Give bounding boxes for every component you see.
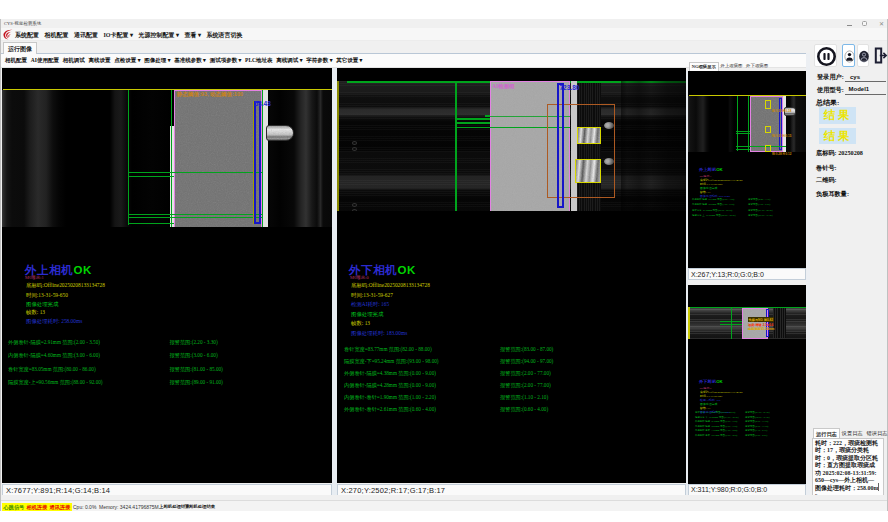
measurement-line-2: 外侧卷针-隔膜=4.38mm 范围:(0.00 - 9.00)	[344, 370, 436, 377]
toolbar-item-7[interactable]: 测试项参数 ▾	[210, 57, 242, 64]
mini1-defect-note-3: W:0.28 H:0.12	[772, 152, 791, 156]
measurement-line-1: 内侧卷针-隔膜=4.60mm 范围:(3.00 - 6.00)	[8, 352, 100, 359]
exit-button[interactable]	[873, 44, 888, 67]
toolbar-item-11[interactable]: 其它设置 ▾	[336, 57, 362, 64]
mini1-defect-box-1	[765, 100, 771, 109]
elapsed-line: 图像处理耗时: 258.00ms	[26, 318, 82, 325]
model-value[interactable]: Model1	[849, 86, 870, 92]
menu-item-6[interactable]: 系统语言切换	[207, 31, 243, 40]
pause-icon	[815, 45, 838, 68]
title-bar: CYS-视觉检测系统	[1, 19, 887, 28]
panel-separator-1	[332, 68, 337, 495]
minimize-button[interactable]	[847, 25, 852, 26]
ai-box-label: AI检测框	[492, 83, 515, 90]
mini2-defect-note-3: 隔膜宽度95.24mm	[748, 327, 774, 331]
green-hline-4	[128, 217, 262, 218]
user-login-button[interactable]	[842, 44, 855, 67]
pause-button[interactable]	[814, 44, 837, 67]
login-user-underline	[845, 81, 886, 82]
maximize-button[interactable]	[862, 21, 867, 26]
measurement-line-2: 外侧卷针-隔膜=4.38mm 范围:(0.00 - 9.00)	[695, 420, 737, 423]
alarm-line-3: 报警范围:(89.00 - 91.00)	[748, 214, 773, 217]
toolbar-item-3[interactable]: 离线设置	[89, 57, 111, 64]
measurement-line-0: 卷针宽度=83.77mm 范围:(82.00 - 88.00)	[344, 346, 432, 353]
defect-view-lower[interactable]: 负极耳NG 宽0.82 瑕疵:褶皱 2.1x0.6 隔膜宽度95.24mm 外下…	[688, 285, 806, 484]
ai-elapsed-line: 检测AI耗时: 165	[351, 301, 389, 308]
menu-item-2[interactable]: 通讯配置	[74, 31, 98, 40]
time-line: 时间:13-31-59-650	[26, 292, 68, 299]
barcode-label: 底标码: 20250208	[816, 149, 863, 158]
login-user-label: 登录用户:	[817, 73, 844, 82]
camera-view-upper[interactable]: 静态阈值:93, 动态阈值:100 53.48 外上相机OK M6曝光:1 底标…	[2, 68, 332, 483]
alarm-line-2: 报警范围:(2.00 - 77.00)	[745, 420, 768, 423]
menu-item-0[interactable]: 系统配置	[15, 31, 39, 40]
exposure-text: M6曝光:0	[350, 275, 369, 280]
mini2-texture	[773, 308, 786, 338]
menu-items: 系统配置相机配置通讯配置IO卡配置 ▾光源控制配置 ▾查看 ▾系统语言切换	[15, 31, 248, 40]
toolbar-item-6[interactable]: 基准线参数 ▾	[174, 57, 206, 64]
menu-item-1[interactable]: 相机配置	[45, 31, 69, 40]
alarm-line-0: 报警范围:(2.20 - 3.30)	[748, 198, 770, 201]
defect-tab-2[interactable]: 外下瑕疵图	[744, 62, 770, 72]
mini1-blue	[779, 98, 782, 150]
toolbar-item-1[interactable]: AI使用配置	[31, 57, 59, 64]
lower-camera-scene: AI检测框 723.80	[337, 68, 686, 211]
mini1-gh3	[736, 146, 786, 147]
mini2-result: 外下相机OK	[699, 379, 723, 384]
bolt-1	[352, 141, 357, 145]
menu-item-4[interactable]: 光源控制配置 ▾	[139, 31, 180, 40]
bolt-2	[352, 147, 357, 151]
measurement-line-3: 隔膜宽度-上=90.56mm 范围:(88.00 - 92.00)	[692, 214, 736, 217]
alarm-line-0: 报警范围:(83.00 - 87.00)	[745, 411, 770, 414]
cpu-usage: Cpu: 0.0%	[73, 504, 96, 510]
camera-ok: OK	[73, 264, 91, 276]
alarm-line-3: 报警范围:(2.00 - 77.00)	[745, 425, 768, 428]
green-seg-2	[455, 122, 490, 124]
green-hline-1	[128, 172, 262, 173]
alarm-line-1: 报警范围:(3.00 - 6.00)	[748, 203, 770, 206]
measurement-line-5: 外侧卷针-卷针=2.61mm 范围:(0.60 - 4.00)	[344, 406, 436, 413]
upper-camera-statusbar: X:7677;Y:891;R:14;G:14;B:14	[2, 484, 332, 496]
toolbar-item-8[interactable]: PLC地址表	[245, 57, 273, 64]
users-icon	[858, 45, 870, 68]
user-icon	[843, 45, 856, 68]
elapsed-line: 图像处理耗时: 183.00ms	[351, 330, 407, 337]
green-vline-m	[455, 81, 457, 211]
log-text: 耗时：222，瑕疵检测耗时：17，瑕疵分类耗时：0，瑕疵提取分区耗时：直方图提取…	[815, 440, 879, 497]
measurement-line-2: 卷针宽度=83.05mm 范围:(80.00 - 86.00)	[8, 366, 96, 373]
alarm-line-2: 报警范围:(2.00 - 77.00)	[500, 370, 551, 377]
defect-tab-0[interactable]: NG瑕疵显示	[689, 62, 719, 72]
measurement-line-3: 内侧卷针-隔膜=4.28mm 范围:(0.00 - 9.00)	[695, 425, 737, 428]
toolbar-item-10[interactable]: 字符参数 ▾	[306, 57, 332, 64]
close-button[interactable]: ✕	[878, 21, 885, 27]
toolbar-item-9[interactable]: 离线调试 ▾	[276, 57, 302, 64]
toolbar-item-2[interactable]: 相机调试	[63, 57, 85, 64]
yellow-edge-line	[337, 81, 339, 211]
alarm-line-2: 报警范围:(81.00 - 85.00)	[170, 366, 223, 373]
mini2-pixel-readout: X:311;Y:980;R:0;G:0;B:0	[691, 486, 767, 493]
login-user-value[interactable]: cys	[850, 74, 860, 80]
defect-tab-1[interactable]: 外上瑕疵图	[719, 62, 745, 72]
alarm-line-0: 报警范围:(83.00 - 87.00)	[500, 346, 553, 353]
menu-item-5[interactable]: 查看 ▾	[185, 31, 202, 40]
toolbar: 相机配置AI使用配置相机调试离线设置点检设置 ▾图像处理 ▾基准线参数 ▾测试项…	[1, 54, 806, 69]
exit-icon	[873, 44, 888, 67]
menu-item-3[interactable]: IO卡配置 ▾	[104, 31, 134, 40]
tab-running-image[interactable]: 运行图像	[3, 42, 37, 54]
inspection-region	[174, 90, 262, 228]
toolbar-item-4[interactable]: 点检设置 ▾	[114, 57, 140, 64]
mini2-statusbar: X:311;Y:980;R:0;G:0;B:0	[688, 484, 806, 496]
upper-pixel-readout: X:7677;Y:891;R:14;G:14;B:14	[6, 486, 110, 495]
toolbar-item-5[interactable]: 图像处理 ▾	[144, 57, 170, 64]
defect-view-upper[interactable]: W:0.35 H:0.18 W:0.31 H:0.15 W:0.28 H:0.1…	[688, 71, 806, 268]
user-manage-button[interactable]	[857, 44, 869, 67]
result-badge-2: 结果	[819, 128, 856, 145]
toolbar-item-0[interactable]: 相机配置	[5, 57, 27, 64]
camera-ok: OK	[397, 264, 415, 276]
white-strip-right	[262, 90, 268, 227]
blue-measure-rect	[254, 101, 261, 224]
mini2-defect-note-1: 负极耳NG 宽0.82	[748, 317, 774, 322]
camera-view-lower[interactable]: AI检测框 723.80 外下相机OK M6曝光:0 底标码:Offline20…	[337, 68, 686, 483]
bottom-status-bar: 心跳信号 相机连接 通讯连接 Cpu: 0.0% Memory: 3424.41…	[1, 500, 887, 511]
log-scrollbar[interactable]	[878, 483, 879, 491]
